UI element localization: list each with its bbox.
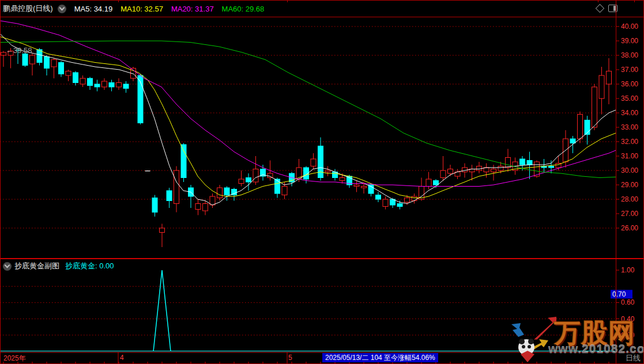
svg-text:39.00: 39.00 (621, 37, 638, 45)
chevron-down-icon (59, 5, 65, 11)
ma60-label[interactable]: MA60: 29.68 (222, 5, 265, 13)
panel-divider[interactable] (0, 258, 644, 259)
svg-text:40.00: 40.00 (621, 22, 638, 31)
month-label-april: 4 (120, 354, 124, 362)
chart-window: 鹏鼎控股(日线) MA5: 34.19 MA10: 32.57 MA20: 31… (0, 0, 644, 364)
indicator-value: 抄底黄金: 0.00 (65, 261, 114, 271)
sub-collapse-icon[interactable] (3, 262, 12, 271)
svg-text:←39.58: ←39.58 (6, 46, 32, 55)
session-info-badge: 2025/05/13/二 104 至今涨幅54.06% (322, 353, 438, 362)
header-bar: 鹏鼎控股(日线) MA5: 34.19 MA10: 32.57 MA20: 31… (0, 1, 644, 17)
svg-text:33.00: 33.00 (621, 123, 638, 131)
svg-text:0.70: 0.70 (612, 290, 626, 298)
stock-title[interactable]: 鹏鼎控股(日线) (3, 3, 53, 14)
chevron-down-icon (5, 263, 10, 268)
svg-text:35.00: 35.00 (621, 94, 638, 103)
collapse-icon[interactable] (58, 5, 66, 13)
svg-text:27.00: 27.00 (621, 210, 638, 218)
svg-text:30.00: 30.00 (621, 166, 638, 175)
price-axis-line (616, 0, 616, 364)
main-candlestick-chart[interactable]: 40.0039.0038.0037.0036.0035.0034.0033.00… (0, 17, 644, 258)
sub-indicator-chart[interactable]: 1.000.600.400.200.70 (0, 259, 644, 352)
svg-text:0.40: 0.40 (621, 315, 635, 323)
svg-text:37.00: 37.00 (621, 66, 638, 74)
svg-text:38.00: 38.00 (621, 51, 638, 59)
sub-chart-header: 抄底黄金副图 抄底黄金: 0.00 (0, 261, 114, 271)
svg-text:36.00: 36.00 (621, 80, 638, 88)
svg-text:31.00: 31.00 (621, 152, 638, 160)
svg-text:1.00: 1.00 (621, 266, 635, 274)
svg-text:29.00: 29.00 (621, 181, 638, 189)
svg-text:0.60: 0.60 (621, 298, 635, 306)
axis-divider (0, 352, 644, 352)
svg-text:0.20: 0.20 (621, 331, 635, 339)
period-label[interactable]: 日线 (626, 353, 641, 363)
indicator-title[interactable]: 抄底黄金副图 (14, 261, 59, 271)
svg-text:26.00: 26.00 (621, 224, 638, 232)
year-label: 2025年 (3, 354, 26, 363)
month-label-may: 5 (288, 354, 292, 362)
svg-text:28.00: 28.00 (621, 195, 638, 203)
ma10-label[interactable]: MA10: 32.57 (120, 5, 163, 13)
ma20-label[interactable]: MA20: 31.37 (171, 5, 214, 13)
svg-text:32.00: 32.00 (621, 138, 638, 146)
svg-text:34.00: 34.00 (621, 109, 638, 117)
ma5-label[interactable]: MA5: 34.19 (74, 5, 113, 13)
header-divider (0, 17, 644, 17)
